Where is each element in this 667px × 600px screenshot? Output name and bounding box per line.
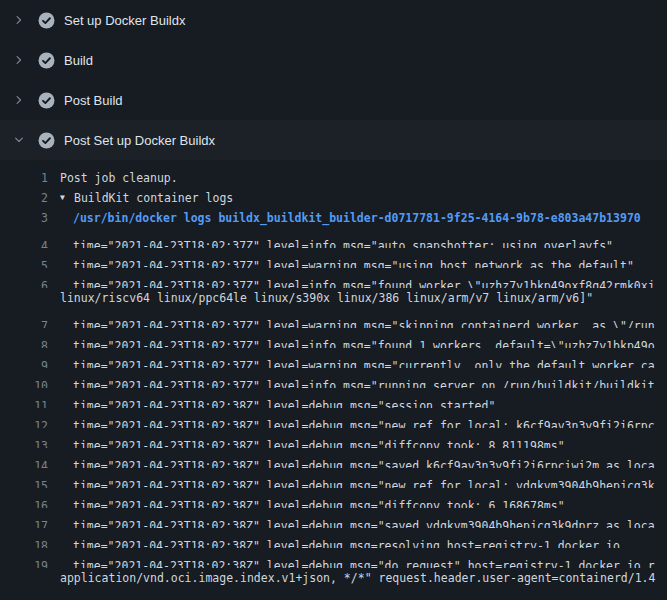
step-label: Set up Docker Buildx [64,13,185,28]
log-text: time="2021-04-23T18:02:38Z" level=debug … [73,596,641,600]
log-text: BuildKit container logs [74,188,233,208]
log-line: 16time="2021-04-23T18:02:38Z" level=debu… [0,488,667,508]
group-expanded-icon[interactable]: ▼ [60,188,74,208]
line-number[interactable]: 9 [0,356,48,368]
log-line: 11time="2021-04-23T18:02:38Z" level=debu… [0,388,667,408]
step-header-set-up-docker-buildx[interactable]: Set up Docker Buildx [0,0,667,40]
log-text: time="2021-04-23T18:02:37Z" level=info m… [73,336,655,348]
log-line: 1Post job cleanup. [0,168,667,188]
log-line: 3/usr/bin/docker logs buildx_buildkit_bu… [0,208,667,228]
line-number[interactable]: 4 [0,236,48,248]
line-number[interactable]: 19 [0,556,48,568]
log-text: time="2021-04-23T18:02:38Z" level=debug … [73,536,620,548]
chevron-right-icon [13,94,25,106]
line-number [0,568,48,588]
line-number[interactable]: 20 [0,596,48,600]
log-line: 10time="2021-04-23T18:02:37Z" level=info… [0,368,667,388]
line-number[interactable]: 12 [0,416,48,428]
log-text: application/vnd.oci.image.index.v1+json,… [60,568,655,588]
line-number[interactable]: 6 [0,276,48,288]
log-text: time="2021-04-23T18:02:37Z" level=warnin… [73,316,655,328]
line-number[interactable]: 15 [0,476,48,488]
line-number[interactable]: 18 [0,536,48,548]
line-number [0,288,48,308]
log-line: 9time="2021-04-23T18:02:37Z" level=warni… [0,348,667,368]
log-line: 4time="2021-04-23T18:02:37Z" level=info … [0,228,667,248]
line-number[interactable]: 14 [0,456,48,468]
log-text: time="2021-04-23T18:02:38Z" level=debug … [73,436,565,448]
step-header-build[interactable]: Build [0,40,667,80]
log-line: 17time="2021-04-23T18:02:38Z" level=debu… [0,508,667,528]
step-header-post-set-up-docker-buildx[interactable]: Post Set up Docker Buildx [0,120,667,160]
log-line: 18time="2021-04-23T18:02:38Z" level=debu… [0,528,667,548]
log-text: time="2021-04-23T18:02:38Z" level=debug … [73,416,655,428]
chevron-right-icon [13,14,25,26]
step-label: Post Build [64,93,123,108]
chevron-right-icon [13,54,25,66]
log-text: time="2021-04-23T18:02:38Z" level=debug … [73,456,655,468]
log-text: Post job cleanup. [60,168,178,188]
log-line: 8time="2021-04-23T18:02:37Z" level=info … [0,328,667,348]
check-circle-icon [38,92,55,109]
steps-list: Set up Docker BuildxBuildPost BuildPost … [0,0,667,600]
log-line: 7time="2021-04-23T18:02:37Z" level=warni… [0,308,667,328]
step-label: Post Set up Docker Buildx [64,133,215,148]
log-text: time="2021-04-23T18:02:37Z" level=warnin… [73,356,655,368]
line-number[interactable]: 17 [0,516,48,528]
log-line: 13time="2021-04-23T18:02:38Z" level=debu… [0,428,667,448]
log-line: linux/riscv64 linux/ppc64le linux/s390x … [0,288,667,308]
line-number[interactable]: 11 [0,396,48,408]
check-circle-icon [38,12,55,29]
log-text: time="2021-04-23T18:02:38Z" level=debug … [73,476,655,488]
log-text: time="2021-04-23T18:02:37Z" level=info m… [73,376,655,388]
log-line: 2▼BuildKit container logs [0,188,667,208]
command-text: /usr/bin/docker logs buildx_buildkit_bui… [73,208,641,228]
log-line: 12time="2021-04-23T18:02:38Z" level=debu… [0,408,667,428]
log-text: time="2021-04-23T18:02:38Z" level=debug … [73,516,655,528]
log-line: 19time="2021-04-23T18:02:38Z" level=debu… [0,548,667,568]
log-line: 20time="2021-04-23T18:02:38Z" level=debu… [0,588,667,600]
line-number[interactable]: 3 [0,208,48,228]
log-line: application/vnd.oci.image.index.v1+json,… [0,568,667,588]
log-text: time="2021-04-23T18:02:38Z" level=debug … [73,556,655,568]
line-number[interactable]: 1 [0,168,48,188]
log-text: linux/riscv64 linux/ppc64le linux/s390x … [60,288,593,308]
log-text: time="2021-04-23T18:02:37Z" level=info m… [73,276,655,288]
step-header-post-build[interactable]: Post Build [0,80,667,120]
line-number[interactable]: 16 [0,496,48,508]
line-number[interactable]: 2 [0,188,48,208]
log-line: 15time="2021-04-23T18:02:38Z" level=debu… [0,468,667,488]
log-panel: 1Post job cleanup.2▼BuildKit container l… [0,160,667,600]
log-line: 5time="2021-04-23T18:02:37Z" level=warni… [0,248,667,268]
chevron-down-icon [13,134,25,146]
log-text: time="2021-04-23T18:02:37Z" level=info m… [73,236,613,248]
log-line: 6time="2021-04-23T18:02:37Z" level=info … [0,268,667,288]
log-text: time="2021-04-23T18:02:38Z" level=debug … [73,396,495,408]
line-number[interactable]: 13 [0,436,48,448]
check-circle-icon [38,52,55,69]
line-number[interactable]: 8 [0,336,48,348]
actions-log-viewer: Set up Docker BuildxBuildPost BuildPost … [0,0,667,600]
line-number[interactable]: 10 [0,376,48,388]
line-number[interactable]: 5 [0,256,48,268]
log-text: time="2021-04-23T18:02:38Z" level=debug … [73,496,565,508]
check-circle-icon [38,132,55,149]
line-number[interactable]: 7 [0,316,48,328]
log-line: 14time="2021-04-23T18:02:38Z" level=debu… [0,448,667,468]
step-label: Build [64,53,93,68]
log-text: time="2021-04-23T18:02:37Z" level=warnin… [73,256,634,268]
